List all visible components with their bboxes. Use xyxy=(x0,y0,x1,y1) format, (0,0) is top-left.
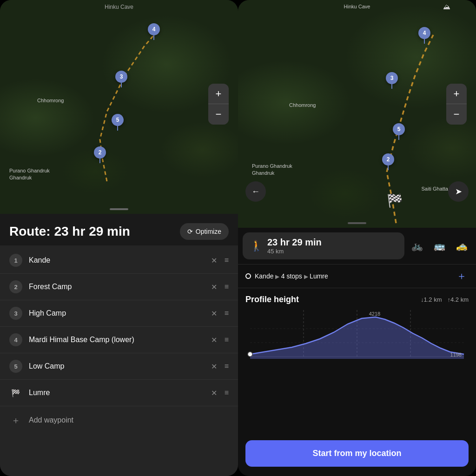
wp-actions-4: ✕ ≡ xyxy=(211,336,229,344)
time-box: 🚶 23 hr 29 min 45 km xyxy=(243,232,404,259)
waypoint-item-forest-camp: 2 Forest Camp ✕ ≡ xyxy=(0,274,238,300)
chart-svg: 4218 1198 xyxy=(245,310,469,366)
add-stop-button[interactable]: ＋ xyxy=(455,269,469,283)
pin-tail-5-right xyxy=(398,135,399,140)
profile-title: Profile height xyxy=(245,295,299,304)
waypoint-item-kande: 1 Kande ✕ ≡ xyxy=(0,247,238,274)
pin-tail-4-right xyxy=(424,39,425,44)
wp-close-3[interactable]: ✕ xyxy=(211,309,217,318)
purano-label-right: Purano GhandrukGhandruk xyxy=(252,163,292,177)
right-route-svg xyxy=(238,0,476,228)
waypoints-list: 1 Kande ✕ ≡ 2 Forest Camp ✕ ≡ 3 High Cam… xyxy=(0,245,238,476)
wp-drag-1[interactable]: ≡ xyxy=(225,256,229,264)
pin-circle-3-right: 3 xyxy=(386,72,398,84)
optimize-button[interactable]: ⟳ Optimize xyxy=(180,223,229,240)
pin-circle-4-right: 4 xyxy=(418,27,430,39)
pin-circle-3-left: 3 xyxy=(115,71,127,83)
pin-4-left: 4 xyxy=(148,23,160,40)
left-map: Hinku Cave Chhomrong Purano GhandrukGhan… xyxy=(0,0,238,214)
bike-transport-icon[interactable]: 🚲 xyxy=(407,236,427,256)
wp-name-kande: Kande xyxy=(29,256,205,264)
wp-num-4: 4 xyxy=(9,333,22,346)
drag-handle-left[interactable] xyxy=(110,208,128,210)
wp-name-high-camp: High Camp xyxy=(29,309,205,317)
pin-circle-2-right: 2 xyxy=(382,153,394,165)
route-arrow-1: ▶ xyxy=(275,273,281,280)
pin-2-right: 2 xyxy=(382,153,394,170)
profile-stats: ↓1.2 km ↑4.2 km xyxy=(421,296,469,303)
wp-actions-5: ✕ ≡ xyxy=(211,362,229,371)
chhomrong-label-left: Chhomrong xyxy=(37,98,64,103)
route-time: Route: 23 hr 29 min xyxy=(9,224,130,239)
chhomrong-label-right: Chhomrong xyxy=(289,102,316,108)
svg-point-6 xyxy=(248,352,252,357)
pin-circle-5-left: 5 xyxy=(112,114,124,126)
taxi-transport-icon[interactable]: 🚕 xyxy=(452,236,471,256)
drag-handle-right[interactable] xyxy=(348,222,366,224)
location-button[interactable]: ➤ xyxy=(448,181,469,202)
pin-circle-2-left: 2 xyxy=(94,146,106,159)
pin-5-right: 5 xyxy=(393,123,405,140)
pin-2-left: 2 xyxy=(94,146,106,163)
transit-transport-icon[interactable]: 🚌 xyxy=(430,236,449,256)
mountain-icon-right: ⛰ xyxy=(443,3,450,11)
wp-close-4[interactable]: ✕ xyxy=(211,336,217,344)
start-from-location-button[interactable]: Start from my location xyxy=(245,440,469,467)
wp-actions-lumre: ✕ ≡ xyxy=(211,389,229,397)
wp-close-1[interactable]: ✕ xyxy=(211,256,217,265)
left-route-svg xyxy=(0,0,238,214)
wp-num-3: 3 xyxy=(9,307,22,320)
route-info-bar: Kande ▶ 4 stops ▶ Lumre ＋ xyxy=(238,264,476,288)
wp-flag-lumre: 🏁 xyxy=(9,386,22,399)
wp-drag-3[interactable]: ≡ xyxy=(225,309,229,317)
add-waypoint-row[interactable]: ＋ Add waypoint xyxy=(0,406,238,434)
wp-drag-5[interactable]: ≡ xyxy=(225,362,229,370)
walk-icon: 🚶 xyxy=(250,240,263,252)
wp-name-mardi: Mardi Himal Base Camp (lower) xyxy=(29,336,205,344)
route-origin-dot xyxy=(245,273,251,279)
hinku-cave-label: Hinku Cave xyxy=(105,4,133,10)
back-button[interactable]: ← xyxy=(245,181,266,202)
pin-tail-5-left xyxy=(117,126,118,131)
wp-drag-4[interactable]: ≡ xyxy=(225,336,229,344)
route-arrow-2: ▶ xyxy=(304,273,310,280)
right-panel: Hinku Cave Chhomrong Purano GhandrukGhan… xyxy=(238,0,476,476)
left-panel: Hinku Cave Chhomrong Purano GhandrukGhan… xyxy=(0,0,238,476)
waypoint-item-mardi: 4 Mardi Himal Base Camp (lower) ✕ ≡ xyxy=(0,327,238,353)
pin-5-left: 5 xyxy=(112,114,124,131)
pin-3-right: 3 xyxy=(386,72,398,89)
wp-close-lumre[interactable]: ✕ xyxy=(211,389,217,397)
purano-label-left: Purano GhandrukGhandruk xyxy=(9,167,50,182)
route-text: Kande ▶ 4 stops ▶ Lumre xyxy=(255,272,451,280)
wp-drag-2[interactable]: ≡ xyxy=(225,283,229,291)
zoom-out-left[interactable]: − xyxy=(208,104,229,125)
descent-stat: ↓1.2 km xyxy=(421,296,442,303)
zoom-controls-left: + − xyxy=(208,84,229,125)
travel-distance: 45 km xyxy=(267,248,322,255)
optimize-label: Optimize xyxy=(196,228,221,235)
pin-tail-4-left xyxy=(153,35,154,40)
svg-text:1198: 1198 xyxy=(450,352,462,357)
wp-close-2[interactable]: ✕ xyxy=(211,283,217,291)
wp-num-5: 5 xyxy=(9,360,22,373)
transport-bar: 🚶 23 hr 29 min 45 km 🚲 🚌 🚕 xyxy=(238,228,476,264)
travel-time: 23 hr 29 min xyxy=(267,237,322,248)
zoom-in-left[interactable]: + xyxy=(208,84,229,104)
route-from: Kande xyxy=(255,272,273,280)
ascent-stat: ↑4.2 km xyxy=(447,296,469,303)
pin-circle-4-left: 4 xyxy=(148,23,160,35)
wp-name-forest-camp: Forest Camp xyxy=(29,283,205,291)
right-map: Hinku Cave Chhomrong Purano GhandrukGhan… xyxy=(238,0,476,228)
zoom-out-right[interactable]: − xyxy=(446,104,467,125)
wp-num-1: 1 xyxy=(9,254,22,267)
wp-close-5[interactable]: ✕ xyxy=(211,362,217,371)
zoom-controls-right: + − xyxy=(446,84,467,125)
wp-drag-lumre[interactable]: ≡ xyxy=(225,389,229,397)
wp-actions-2: ✕ ≡ xyxy=(211,283,229,291)
pin-4-right: 4 xyxy=(418,27,430,44)
wp-actions-3: ✕ ≡ xyxy=(211,309,229,318)
waypoint-item-high-camp: 3 High Camp ✕ ≡ xyxy=(0,300,238,327)
route-stops: 4 stops xyxy=(281,272,302,280)
zoom-in-right[interactable]: + xyxy=(446,84,467,104)
wp-name-lumre: Lumre xyxy=(29,389,205,397)
